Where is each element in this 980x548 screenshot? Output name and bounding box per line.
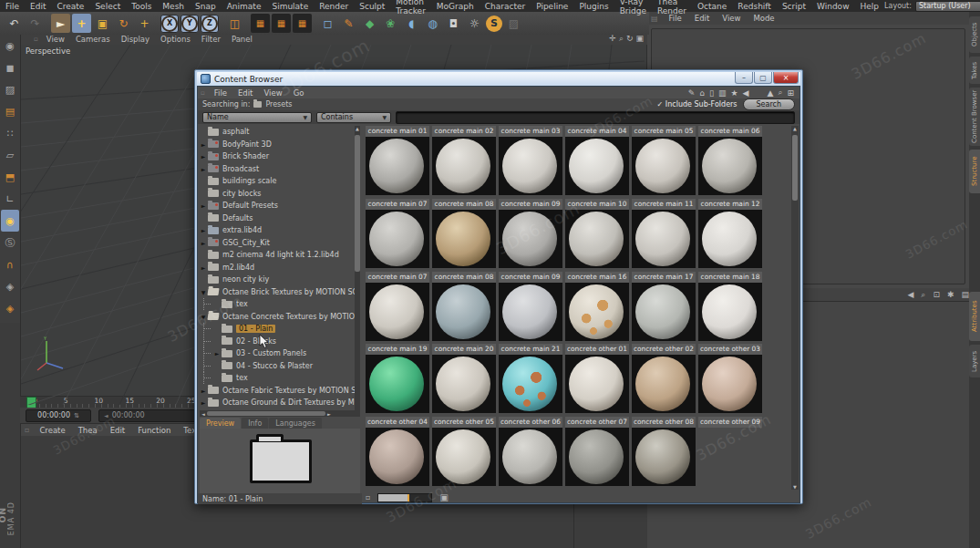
snap-s-icon[interactable]: Ⓢ <box>1 232 19 253</box>
list-icon[interactable]: ▤ <box>961 290 969 299</box>
tree-item-gsg-city-kit[interactable]: ►GSG_City_Kit <box>200 237 355 250</box>
preset-thumbnail[interactable] <box>632 355 696 413</box>
browser-menu-view[interactable]: View <box>258 88 287 98</box>
undo-icon[interactable]: ↶ <box>5 14 24 33</box>
preset-thumbnail[interactable] <box>499 355 562 413</box>
tree-item-tex[interactable]: tex <box>200 372 355 385</box>
scale-icon[interactable]: ▣ <box>93 14 112 33</box>
preset-thumbnail[interactable] <box>632 428 696 486</box>
preset-thumbnail[interactable] <box>499 137 562 195</box>
pen-icon[interactable]: ✎ <box>339 14 358 33</box>
rotate-icon[interactable]: ↻ <box>114 14 133 33</box>
menu-window[interactable]: Window <box>811 2 855 11</box>
material-menu-edit[interactable]: Edit <box>104 426 131 435</box>
workplane-lock-icon[interactable]: ◈ <box>1 275 19 297</box>
environment-icon[interactable]: ◍ <box>423 14 442 33</box>
object-manager-menu-file[interactable]: File <box>663 14 688 23</box>
tree-item-octane-ground-dirt-textures-by-motion-squared[interactable]: ►Octane Ground & Dirt Textures by MOTION… <box>200 397 355 409</box>
tree-caret-icon[interactable]: ► <box>200 240 207 246</box>
sketch-icon[interactable]: S <box>486 16 502 32</box>
viewport-menu-cameras[interactable]: Cameras <box>70 35 116 44</box>
viewport-menu-view[interactable]: View <box>41 35 70 44</box>
tree-vertical-scrollbar[interactable]: ▲ <box>355 126 360 410</box>
tab-languages[interactable]: Languages <box>269 418 322 429</box>
menu-create[interactable]: Create <box>52 2 90 11</box>
menu-mesh[interactable]: Mesh <box>157 2 190 11</box>
browser-menu-file[interactable]: File <box>209 88 232 98</box>
tree-item-defaults[interactable]: Defaults <box>200 212 355 225</box>
maximize-button[interactable]: ▢ <box>754 72 772 84</box>
minimize-button[interactable]: – <box>735 72 753 84</box>
preset-thumbnail[interactable] <box>432 428 496 486</box>
search-icon[interactable]: ⌕ <box>778 88 782 98</box>
scrollbar-thumb[interactable] <box>355 135 360 272</box>
material-menu-create[interactable]: Create <box>33 426 71 435</box>
remove-icon[interactable]: ▯ <box>709 88 714 98</box>
render-view-icon[interactable]: ▦ <box>251 14 270 33</box>
panel-tab-content-browser[interactable]: Content Browser <box>969 88 980 146</box>
catalog-icon[interactable]: ▥ <box>718 88 727 98</box>
menu-octane[interactable]: Octane <box>692 2 732 11</box>
object-manager-menu-edit[interactable]: Edit <box>688 14 716 23</box>
menu-character[interactable]: Character <box>480 2 531 11</box>
preset-thumbnail[interactable] <box>632 210 696 268</box>
preset-thumbnail[interactable] <box>499 428 562 486</box>
preset-thumbnail[interactable] <box>366 137 429 195</box>
scrollbar-thumb[interactable] <box>207 411 325 416</box>
material-menu-function[interactable]: Function <box>131 426 177 435</box>
add-cube-icon[interactable]: ◻ <box>318 14 337 33</box>
cursor-icon[interactable]: ▲ <box>767 88 773 98</box>
tree-item-brick-shader[interactable]: ►Brick Shader <box>200 150 355 163</box>
menu-motion-tracker[interactable]: Motion Tracker <box>390 0 430 16</box>
menu-help[interactable]: Help <box>855 2 885 11</box>
tree-item-bodypaint-3d[interactable]: ►BodyPaint 3D <box>200 139 355 151</box>
tree-item-neon-city-kiy[interactable]: neon city kiy <box>200 274 355 286</box>
menu-plugins[interactable]: Plugins <box>573 2 614 11</box>
camera-icon[interactable]: ◘ <box>444 14 463 33</box>
close-button[interactable]: × <box>773 72 799 84</box>
preset-thumbnail[interactable] <box>698 137 762 195</box>
rotate-view-icon[interactable]: ↻ <box>626 34 634 44</box>
tree-item-broadcast[interactable]: ►Broadcast <box>200 163 355 176</box>
viewport-menu-options[interactable]: Options <box>155 35 196 44</box>
preset-thumbnail[interactable] <box>698 283 762 341</box>
tree-caret-icon[interactable]: ► <box>200 388 207 394</box>
tree-item-03-custom-panels[interactable]: ►03 - Custom Panels <box>200 347 355 360</box>
tab-preview[interactable]: Preview <box>200 418 241 429</box>
points-mode-icon[interactable]: ∷ <box>1 122 19 144</box>
tree-item-m2-lib4d[interactable]: ►m2.lib4d <box>200 262 355 274</box>
back-icon[interactable]: ◀ <box>907 290 913 299</box>
preset-thumbnail[interactable] <box>632 283 696 341</box>
tree-caret-icon[interactable]: ▼ <box>200 289 207 295</box>
menu-edit[interactable]: Edit <box>25 2 51 11</box>
tree-item-city-blocks[interactable]: city blocks <box>200 188 355 201</box>
tree-item-02-blocks[interactable]: 02 - Blocks <box>200 336 355 348</box>
viewport-menu-filter[interactable]: Filter <box>196 35 226 44</box>
light-icon[interactable]: ☼ <box>465 14 484 33</box>
tree-caret-icon[interactable]: ► <box>200 141 207 148</box>
panel-tab-takes[interactable]: Takes <box>969 57 980 84</box>
viewport-menu-display[interactable]: Display <box>116 35 155 44</box>
preset-thumbnail[interactable] <box>432 210 496 268</box>
polygons-mode-icon[interactable]: ⬒ <box>1 166 19 188</box>
tree-item-extra-lib4d[interactable]: ►extra.lib4d <box>200 224 355 237</box>
preset-thumbnail[interactable] <box>565 428 629 486</box>
browser-menu-edit[interactable]: Edit <box>232 88 258 98</box>
browser-menu-go[interactable]: Go <box>288 88 310 98</box>
menu-file[interactable]: File <box>0 2 25 11</box>
coord-system-icon[interactable]: ◫ <box>225 14 244 33</box>
filter-field-dropdown[interactable]: Name ▼ <box>202 112 312 123</box>
zoom-view-icon[interactable]: ⌕ <box>619 34 624 44</box>
scrollbar-thumb[interactable] <box>792 135 798 201</box>
favorites-icon[interactable]: ★ <box>730 88 738 98</box>
preset-thumbnail[interactable] <box>366 210 429 268</box>
live-selection-icon[interactable]: ► <box>51 14 70 33</box>
preset-thumbnail[interactable] <box>698 210 762 268</box>
preset-thumbnail[interactable] <box>565 137 629 195</box>
menu-render[interactable]: Render <box>314 2 354 11</box>
make-editable-icon[interactable]: ◉ <box>1 35 19 57</box>
last-tool-icon[interactable]: + <box>135 14 154 33</box>
menu-select[interactable]: Select <box>89 2 126 11</box>
panel-tab-structure[interactable]: Structure <box>969 150 980 193</box>
tree-item-asphalt[interactable]: asphalt <box>200 126 355 139</box>
